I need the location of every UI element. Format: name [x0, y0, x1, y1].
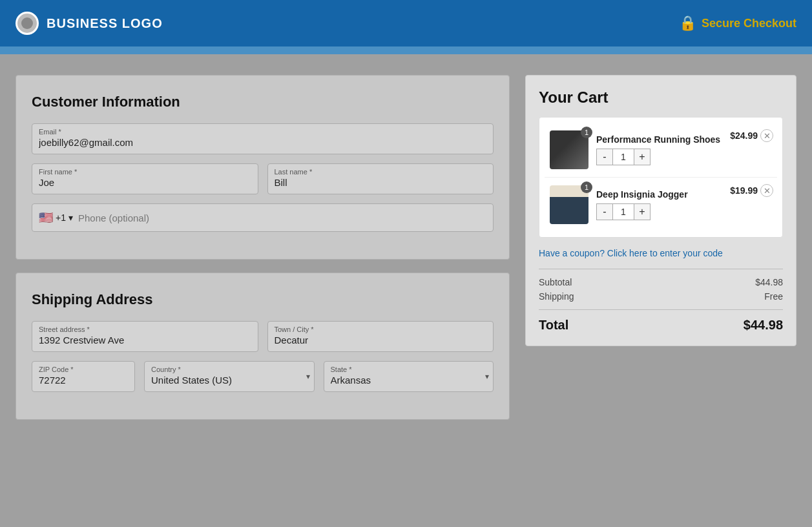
- shipping-address-card: Shipping Address Street address * Town /…: [16, 273, 510, 420]
- cart-item-0: 1 Performance Running Shoes - 1 + $2: [545, 123, 777, 177]
- phone-group: 🇺🇸 +1 ▾: [32, 203, 494, 232]
- shipping-label: Shipping: [539, 291, 574, 302]
- us-flag-icon: 🇺🇸: [39, 211, 53, 225]
- item-badge-0: 1: [581, 127, 592, 138]
- email-group: Email *: [32, 123, 494, 154]
- street-city-row: Street address * Town / City *: [32, 321, 494, 352]
- country-group: Country * United States (US) ▾: [144, 361, 315, 392]
- item-price-0: $24.99: [730, 130, 758, 141]
- dropdown-arrow-icon: ▾: [68, 212, 73, 223]
- right-panel: Your Cart 1 Performance Running Shoes -: [525, 75, 796, 420]
- logo-area: BUSINESS LOGO: [16, 12, 163, 35]
- phone-input[interactable]: [78, 212, 486, 223]
- zip-label: ZIP Code *: [39, 366, 128, 373]
- zip-input[interactable]: [39, 375, 128, 386]
- shipping-row: Shipping Free: [539, 291, 783, 302]
- street-label: Street address *: [39, 326, 251, 333]
- total-value: $44.98: [744, 318, 783, 333]
- qty-display-1: 1: [613, 203, 634, 220]
- email-field-wrapper: Email *: [32, 123, 494, 154]
- qty-increase-0[interactable]: +: [634, 149, 651, 165]
- left-panel: Customer Information Email * First name …: [16, 75, 510, 420]
- qty-increase-1[interactable]: +: [634, 203, 651, 220]
- header: BUSINESS LOGO 🔒 Secure Checkout: [0, 0, 812, 46]
- main-content: Customer Information Email * First name …: [0, 54, 812, 440]
- city-input[interactable]: [275, 335, 487, 346]
- secure-checkout: 🔒 Secure Checkout: [679, 15, 796, 32]
- street-group: Street address *: [32, 321, 258, 352]
- country-label: Country *: [151, 366, 307, 373]
- last-name-wrapper: Last name *: [267, 163, 494, 194]
- logo-text: BUSINESS LOGO: [47, 16, 163, 31]
- first-name-label: First name *: [39, 168, 251, 176]
- first-name-group: First name *: [32, 163, 258, 194]
- qty-decrease-1[interactable]: -: [596, 203, 613, 220]
- name-row: First name * Last name *: [32, 163, 494, 194]
- customer-info-card: Customer Information Email * First name …: [16, 75, 510, 260]
- shipping-value: Free: [764, 291, 783, 302]
- subtotal-row: Subtotal $44.98: [539, 277, 783, 287]
- total-label: Total: [539, 318, 568, 333]
- country-wrapper: Country * United States (US) ▾: [144, 361, 315, 392]
- country-code: +1: [56, 212, 66, 223]
- customer-info-title: Customer Information: [32, 94, 494, 110]
- remove-item-1[interactable]: ✕: [760, 184, 773, 197]
- qty-decrease-0[interactable]: -: [596, 149, 613, 165]
- item-badge-1: 1: [581, 181, 592, 193]
- email-input[interactable]: [39, 137, 486, 148]
- street-input[interactable]: [39, 335, 251, 346]
- qty-controls-0: - 1 +: [596, 149, 772, 165]
- cart-item-1: 1 Deep Insignia Jogger - 1 + $19.99 ✕: [545, 177, 777, 232]
- sub-header: [0, 46, 812, 54]
- item-image-wrapper-0: 1: [550, 130, 588, 169]
- email-label: Email *: [39, 128, 486, 136]
- cart-divider-2: [539, 309, 783, 310]
- qty-display-0: 1: [613, 149, 634, 165]
- last-name-input[interactable]: [275, 177, 487, 188]
- lock-icon: 🔒: [679, 15, 696, 32]
- coupon-link[interactable]: Have a coupon? Click here to enter your …: [539, 248, 783, 258]
- country-code-selector[interactable]: 🇺🇸 +1 ▾: [39, 211, 73, 225]
- cart-items-container: 1 Performance Running Shoes - 1 + $2: [539, 117, 783, 238]
- zip-group: ZIP Code *: [32, 361, 135, 392]
- subtotal-value: $44.98: [755, 277, 783, 287]
- zip-country-state-row: ZIP Code * Country * United States (US) …: [32, 361, 494, 392]
- logo-circle: [16, 12, 39, 35]
- last-name-label: Last name *: [275, 168, 487, 176]
- state-label: State *: [331, 366, 487, 373]
- state-wrapper: State * Arkansas ▾: [324, 361, 494, 392]
- zip-wrapper: ZIP Code *: [32, 361, 135, 392]
- city-wrapper: Town / City *: [267, 321, 494, 352]
- city-label: Town / City *: [275, 326, 487, 333]
- state-select[interactable]: Arkansas: [331, 375, 487, 386]
- first-name-input[interactable]: [39, 177, 251, 188]
- street-wrapper: Street address *: [32, 321, 258, 352]
- logo-inner: [21, 17, 33, 29]
- total-row: Total $44.98: [539, 318, 783, 333]
- subtotal-label: Subtotal: [539, 277, 572, 287]
- first-name-wrapper: First name *: [32, 163, 258, 194]
- remove-item-0[interactable]: ✕: [760, 129, 773, 142]
- item-image-wrapper-1: 1: [550, 185, 588, 224]
- secure-checkout-label: Secure Checkout: [702, 17, 796, 30]
- last-name-group: Last name *: [267, 163, 494, 194]
- phone-wrapper: 🇺🇸 +1 ▾: [32, 203, 494, 232]
- qty-controls-1: - 1 +: [596, 203, 772, 220]
- shipping-address-title: Shipping Address: [32, 291, 494, 308]
- state-group: State * Arkansas ▾: [324, 361, 494, 392]
- cart-divider-1: [539, 269, 783, 269]
- country-select[interactable]: United States (US): [151, 375, 307, 386]
- city-group: Town / City *: [267, 321, 494, 352]
- cart-title: Your Cart: [539, 88, 783, 107]
- cart-card: Your Cart 1 Performance Running Shoes -: [525, 75, 796, 346]
- item-price-1: $19.99: [730, 185, 758, 196]
